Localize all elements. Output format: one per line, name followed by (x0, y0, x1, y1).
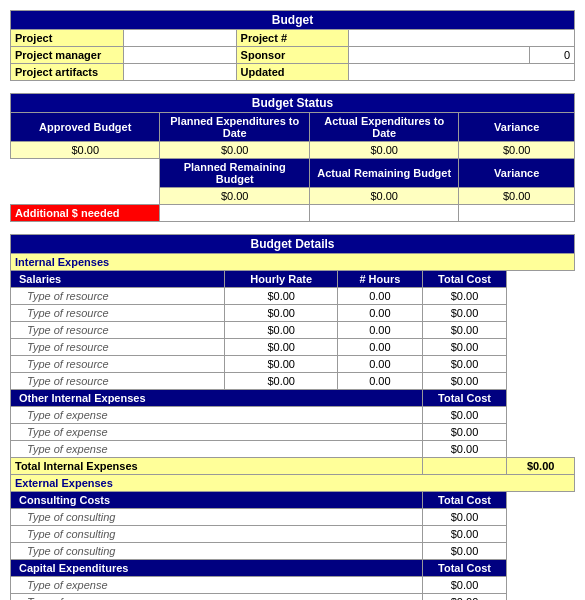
budget-status-table: Budget Status Approved Budget Planned Ex… (10, 93, 575, 222)
table-row: Type of resource $0.00 0.00 $0.00 (11, 288, 575, 305)
capital-type-1[interactable]: Type of expense (11, 577, 423, 594)
variance-value[interactable]: $0.00 (459, 142, 575, 159)
consulting-type-1[interactable]: Type of consulting (11, 509, 423, 526)
budget-details-title: Budget Details (11, 235, 575, 254)
internal-expenses-label: Internal Expenses (11, 254, 575, 271)
project-value[interactable] (123, 30, 236, 47)
planned-remaining-value[interactable]: $0.00 (160, 188, 309, 205)
table-row: Type of resource $0.00 0.00 $0.00 (11, 339, 575, 356)
project-hash-label: Project # (236, 30, 349, 47)
table-row: Type of consulting $0.00 (11, 526, 575, 543)
updated-label: Updated (236, 64, 349, 81)
capital-label: Capital Expenditures (11, 560, 423, 577)
total-internal-label: Total Internal Expenses (11, 458, 423, 475)
col-actual-remaining: Actual Remaining Budget (309, 159, 458, 188)
col-hourly-rate: Hourly Rate (225, 271, 338, 288)
col-approved-budget: Approved Budget (11, 113, 160, 142)
sponsor-label: Sponsor (236, 47, 349, 64)
consulting-type-2[interactable]: Type of consulting (11, 526, 423, 543)
table-row: Type of resource $0.00 0.00 $0.00 (11, 305, 575, 322)
actual-remaining-value[interactable]: $0.00 (309, 188, 458, 205)
col-actual-exp: Actual Expenditures to Date (309, 113, 458, 142)
table-row: Type of resource $0.00 0.00 $0.00 (11, 373, 575, 390)
sponsor-number: 0 (529, 47, 574, 64)
table-row: Type of expense $0.00 (11, 424, 575, 441)
salaries-label: Salaries (11, 271, 225, 288)
approved-value[interactable]: $0.00 (11, 142, 160, 159)
budget-status-title: Budget Status (11, 94, 575, 113)
resource-type-4[interactable]: Type of resource (11, 339, 225, 356)
resource-type-6[interactable]: Type of resource (11, 373, 225, 390)
expense-type-3[interactable]: Type of expense (11, 441, 423, 458)
project-hash-value[interactable] (349, 30, 575, 47)
total-internal-value: $0.00 (507, 458, 575, 475)
budget-table: Budget Project Project # Project manager… (10, 10, 575, 81)
actual-value[interactable]: $0.00 (309, 142, 458, 159)
expense-type-2[interactable]: Type of expense (11, 424, 423, 441)
table-row: Type of consulting $0.00 (11, 543, 575, 560)
expense-type-1[interactable]: Type of expense (11, 407, 423, 424)
col-planned-exp: Planned Expenditures to Date (160, 113, 309, 142)
sponsor-value[interactable] (349, 47, 530, 64)
project-label: Project (11, 30, 124, 47)
project-artifacts-value[interactable] (123, 64, 236, 81)
variance2-value[interactable]: $0.00 (459, 188, 575, 205)
budget-details-table: Budget Details Internal Expenses Salarie… (10, 234, 575, 600)
additional-needed: Additional $ needed (11, 205, 160, 222)
table-row: Type of expense $0.00 (11, 441, 575, 458)
planned-value[interactable]: $0.00 (160, 142, 309, 159)
table-row: Type of resource $0.00 0.00 $0.00 (11, 356, 575, 373)
col-planned-remaining: Planned Remaining Budget (160, 159, 309, 188)
capital-total-col: Total Cost (422, 560, 507, 577)
external-expenses-label: External Expenses (11, 475, 575, 492)
table-row: Type of expense $0.00 (11, 594, 575, 601)
other-internal-label: Other Internal Expenses (11, 390, 423, 407)
consulting-type-3[interactable]: Type of consulting (11, 543, 423, 560)
additional-value[interactable] (160, 205, 309, 222)
resource-type-5[interactable]: Type of resource (11, 356, 225, 373)
col-hours: # Hours (338, 271, 423, 288)
project-artifacts-label: Project artifacts (11, 64, 124, 81)
updated-value[interactable] (349, 64, 575, 81)
resource-type-1[interactable]: Type of resource (11, 288, 225, 305)
resource-type-3[interactable]: Type of resource (11, 322, 225, 339)
consulting-label: Consulting Costs (11, 492, 423, 509)
budget-title: Budget (11, 11, 575, 30)
other-total-col: Total Cost (422, 390, 507, 407)
col-variance2: Variance (459, 159, 575, 188)
table-row: Type of expense $0.00 (11, 577, 575, 594)
table-row: Type of expense $0.00 (11, 407, 575, 424)
col-variance: Variance (459, 113, 575, 142)
table-row: Type of resource $0.00 0.00 $0.00 (11, 322, 575, 339)
consulting-total-col: Total Cost (422, 492, 507, 509)
col-total-cost: Total Cost (422, 271, 507, 288)
table-row: Type of consulting $0.00 (11, 509, 575, 526)
project-manager-value[interactable] (123, 47, 236, 64)
capital-type-2[interactable]: Type of expense (11, 594, 423, 601)
project-manager-label: Project manager (11, 47, 124, 64)
resource-type-2[interactable]: Type of resource (11, 305, 225, 322)
